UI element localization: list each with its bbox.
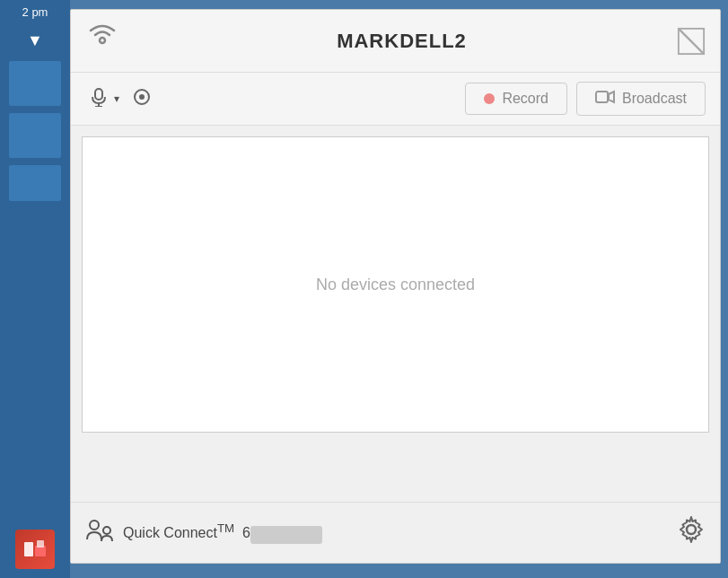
quick-connect-tm: TM xyxy=(217,521,234,535)
camera-icon xyxy=(132,87,152,107)
broadcast-icon xyxy=(85,21,119,55)
mic-button[interactable] xyxy=(85,83,112,115)
app-logo-icon xyxy=(22,537,48,562)
svg-line-5 xyxy=(679,28,704,53)
svg-rect-11 xyxy=(596,92,608,102)
panel-content: No devices connected xyxy=(82,136,709,433)
quick-connect-section: Quick ConnectTM 6 xyxy=(85,516,322,550)
panel-header: MARKDELL2 xyxy=(71,10,720,73)
quick-connect-text: Quick Connect xyxy=(123,526,217,541)
broadcast-cam-icon xyxy=(595,90,615,108)
settings-button[interactable] xyxy=(677,515,706,550)
person-connect-icon xyxy=(85,516,114,545)
app-icon[interactable] xyxy=(15,530,55,569)
mic-dropdown-arrow[interactable]: ▾ xyxy=(114,92,119,105)
sidebar-block-3 xyxy=(9,165,61,201)
header-left xyxy=(85,21,127,61)
record-label: Record xyxy=(502,91,548,107)
camera-button[interactable] xyxy=(128,83,155,115)
sidebar-bottom xyxy=(15,530,55,569)
svg-point-14 xyxy=(103,527,110,534)
record-dot-icon xyxy=(484,93,495,104)
video-camera-icon xyxy=(595,90,615,104)
svg-point-13 xyxy=(90,521,99,530)
panel-title: MARKDELL2 xyxy=(127,30,677,53)
quick-connect-label: Quick ConnectTM 6 xyxy=(123,521,322,543)
record-button[interactable]: Record xyxy=(465,83,567,115)
main-panel: MARKDELL2 ▾ xyxy=(70,9,721,564)
svg-marker-12 xyxy=(609,92,614,102)
quick-connect-id-blurred xyxy=(250,526,322,544)
sidebar-arrow: ▼ xyxy=(0,24,70,57)
quick-connect-id: 6 xyxy=(242,526,250,541)
mic-icon xyxy=(89,87,109,107)
wifi-icon xyxy=(85,21,119,61)
svg-rect-6 xyxy=(95,89,102,100)
quick-connect-icon xyxy=(85,516,114,550)
mic-group: ▾ xyxy=(85,83,119,115)
no-signal-icon xyxy=(677,27,706,56)
header-right xyxy=(677,27,706,56)
svg-rect-2 xyxy=(37,540,44,547)
broadcast-label: Broadcast xyxy=(622,91,687,107)
sidebar-block-1 xyxy=(9,61,61,106)
sidebar: 2 pm ▼ xyxy=(0,0,70,578)
no-devices-message: No devices connected xyxy=(316,276,475,294)
panel-footer: Quick ConnectTM 6 xyxy=(71,502,720,563)
gear-icon xyxy=(677,515,706,544)
broadcast-button[interactable]: Broadcast xyxy=(576,82,706,116)
panel-toolbar: ▾ Record Broadcast xyxy=(71,73,720,126)
svg-point-3 xyxy=(100,38,105,43)
svg-rect-0 xyxy=(24,542,33,556)
svg-point-10 xyxy=(139,94,145,100)
svg-point-15 xyxy=(687,525,696,534)
sidebar-time: 2 pm xyxy=(0,0,70,24)
sidebar-block-2 xyxy=(9,113,61,158)
